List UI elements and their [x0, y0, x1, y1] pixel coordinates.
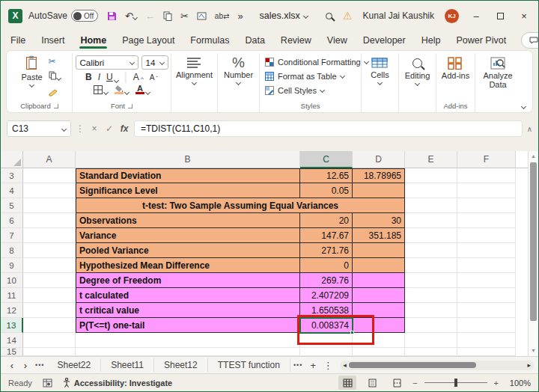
cell-F12[interactable] [457, 303, 516, 318]
close-button[interactable]: × [517, 10, 531, 22]
next-sheet-button[interactable]: › [19, 360, 32, 371]
prev-sheet-button[interactable]: ‹ [5, 360, 19, 371]
cut-icon[interactable]: ✂ [180, 10, 189, 22]
cell-D8[interactable] [353, 243, 405, 258]
sheet-options-icon[interactable]: ⋮ [320, 360, 335, 371]
autosave-switch[interactable]: Off [71, 10, 98, 22]
cell-E15[interactable] [405, 348, 457, 356]
format-as-table-button[interactable]: Format as Table [265, 69, 344, 83]
cell-E10[interactable] [405, 273, 457, 288]
file-name[interactable]: sales.xlsx [260, 10, 308, 21]
cell-F3[interactable] [457, 168, 516, 183]
undo-button[interactable]: ↶ [125, 10, 137, 22]
cell-F9[interactable] [457, 258, 516, 273]
new-sheet-button[interactable]: + [305, 360, 320, 371]
user-name[interactable]: Kunal Jai Kaushik [363, 10, 434, 21]
cell-styles-button[interactable]: Cell Styles [265, 83, 324, 97]
cell-E9[interactable] [405, 258, 457, 273]
grow-font-button[interactable]: A^ [133, 72, 144, 82]
more-sheets-right-icon[interactable]: ••• [293, 361, 302, 369]
row-header-12[interactable]: 12 [1, 303, 23, 318]
sheet-tab-sheet12[interactable]: Sheet12 [154, 358, 208, 372]
cell-D4[interactable] [353, 183, 405, 198]
more-sheets-left-icon[interactable]: ••• [35, 361, 44, 369]
cell-D15[interactable] [353, 348, 405, 356]
row-header-14[interactable]: 14 [1, 333, 23, 348]
borders-button[interactable] [94, 85, 108, 94]
cell-B3[interactable]: Standard Deviation [76, 168, 300, 183]
cell-E13[interactable] [405, 318, 457, 333]
column-header-C[interactable]: C [300, 151, 353, 168]
cell-C3[interactable]: 12.65 [300, 168, 353, 183]
copy-icon[interactable] [163, 11, 172, 21]
row-header-15[interactable]: 15 [1, 348, 23, 356]
cell-B13[interactable]: P(T<=t) one-tail [76, 318, 300, 333]
cell-C7[interactable]: 147.67 [300, 228, 353, 243]
cell-E7[interactable] [405, 228, 457, 243]
paste-special-icon[interactable] [197, 12, 207, 20]
cell-C10[interactable]: 269.76 [300, 273, 353, 288]
shrink-font-button[interactable]: Aˇ [150, 73, 158, 82]
row-header-9[interactable]: 9 [1, 258, 23, 273]
scroll-down-icon[interactable]: ▾ [532, 347, 535, 355]
cell-D11[interactable] [353, 288, 405, 303]
cell-B5-merged[interactable]: t-test: Two Sample Assuming Equal Varian… [76, 198, 405, 213]
cell-A12[interactable] [23, 303, 76, 318]
cut-button[interactable]: ✂ [49, 56, 56, 67]
bold-button[interactable]: B [85, 72, 92, 82]
cell-E6[interactable] [405, 213, 457, 228]
sheet-tab-ttest-function[interactable]: TTEST function [208, 358, 290, 372]
column-header-D[interactable]: D [353, 151, 405, 168]
cell-E3[interactable] [405, 168, 457, 183]
analyze-data-button[interactable]: Analyze Data [478, 55, 517, 89]
zoom-in-button[interactable]: + [494, 379, 499, 388]
font-size-select[interactable]: 14 [141, 55, 168, 70]
cell-F8[interactable] [457, 243, 516, 258]
cell-F5[interactable] [457, 198, 516, 213]
cell-D9[interactable] [353, 258, 405, 273]
cell-D6[interactable]: 30 [353, 213, 405, 228]
comments-button[interactable]: Comments [521, 32, 539, 49]
cell-F15[interactable] [457, 348, 516, 356]
scroll-right-icon[interactable]: ▸ [527, 361, 531, 369]
tab-formulas[interactable]: Formulas [189, 32, 230, 49]
cell-C4[interactable]: 0.05 [300, 183, 353, 198]
name-box[interactable]: C13 [7, 120, 71, 137]
tab-review[interactable]: Review [280, 32, 312, 49]
avatar[interactable]: KJ [445, 9, 459, 23]
scroll-up-icon[interactable]: ▴ [532, 153, 535, 160]
vertical-scroll-thumb[interactable] [530, 162, 537, 321]
collapse-ribbon-icon[interactable] [521, 104, 526, 109]
cell-F7[interactable] [457, 228, 516, 243]
cell-D10[interactable] [353, 273, 405, 288]
cell-B6[interactable]: Observations [76, 213, 300, 228]
sheet-tab-sheet22[interactable]: Sheet22 [47, 358, 101, 372]
conditional-formatting-button[interactable]: Conditional Formatting [265, 55, 368, 69]
italic-button[interactable]: I [98, 72, 100, 82]
fill-color-button[interactable] [115, 85, 129, 94]
cell-A15[interactable] [23, 348, 76, 356]
save-icon[interactable] [107, 11, 117, 21]
page-layout-view-button[interactable] [363, 376, 381, 390]
row-header-13[interactable]: 13 [1, 318, 23, 333]
column-header-A[interactable]: A [23, 151, 76, 168]
formula-input[interactable]: =TDIST(C11,C10,1) [134, 120, 523, 137]
cell-A6[interactable] [23, 213, 76, 228]
horizontal-scrollbar[interactable]: ◂ ▸ [340, 361, 534, 370]
cell-F10[interactable] [457, 273, 516, 288]
cells-button[interactable]: Cells [371, 55, 389, 85]
tab-insert[interactable]: Insert [40, 32, 65, 49]
cell-B15[interactable] [76, 348, 300, 356]
format-painter-button[interactable] [49, 86, 58, 99]
cell-F11[interactable] [457, 288, 516, 303]
cell-A7[interactable] [23, 228, 76, 243]
cell-A11[interactable] [23, 288, 76, 303]
scroll-left-icon[interactable]: ◂ [343, 361, 347, 369]
cell-B9[interactable]: Hypothesized Mean Difference [76, 258, 300, 273]
tab-power-pivot[interactable]: Power Pivot [455, 32, 507, 49]
font-color-button[interactable]: A [135, 85, 150, 94]
vertical-scrollbar[interactable]: ▴ ▾ [528, 151, 538, 356]
macro-record-icon[interactable] [43, 379, 52, 388]
cell-C8[interactable]: 271.76 [300, 243, 353, 258]
cell-E5[interactable] [405, 198, 457, 213]
